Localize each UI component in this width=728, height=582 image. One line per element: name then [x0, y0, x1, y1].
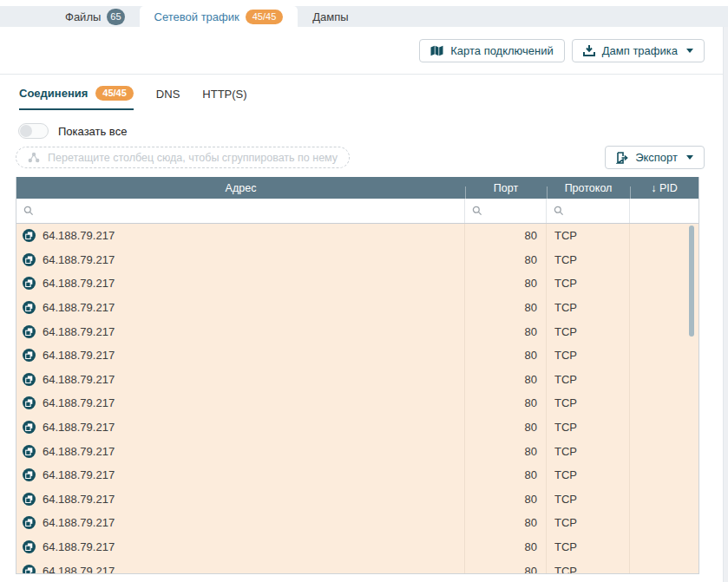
address-filter-input[interactable]	[39, 205, 464, 217]
column-header-pid[interactable]: ↓ PID	[630, 182, 698, 194]
port-cell: 80	[465, 415, 547, 440]
address-value: 64.188.79.217	[43, 396, 115, 409]
address-value: 64.188.79.217	[43, 277, 115, 290]
show-all-row: Показать все	[0, 110, 728, 139]
port-value: 80	[525, 565, 537, 573]
table-row[interactable]: 64.188.79.217 80 TCP	[16, 271, 698, 296]
protocol-cell: TCP	[547, 415, 630, 440]
address-cell: 64.188.79.217	[16, 224, 465, 248]
vertical-scrollbar-thumb[interactable]	[689, 226, 694, 337]
table-row[interactable]: 64.188.79.217 80 TCP	[16, 224, 698, 248]
column-header-address[interactable]: Адрес	[16, 182, 465, 194]
traffic-dump-button[interactable]: Дамп трафика	[572, 39, 705, 62]
tab-network-traffic-label: Сетевой трафик	[154, 10, 239, 23]
connection-layers-icon	[23, 325, 36, 338]
table-row[interactable]: 64.188.79.217 80 TCP	[16, 463, 698, 487]
port-cell: 80	[465, 296, 547, 320]
port-cell: 80	[465, 319, 547, 343]
protocol-value: TCP	[554, 468, 577, 481]
table-row[interactable]: 64.188.79.217 80 TCP	[16, 343, 698, 368]
address-cell: 64.188.79.217	[16, 368, 465, 392]
toolbar: Карта подключений Дамп трафика	[0, 27, 728, 75]
connection-map-button[interactable]: Карта подключений	[419, 39, 565, 62]
address-value: 64.188.79.217	[43, 565, 115, 573]
search-icon	[472, 206, 482, 216]
tab-files[interactable]: Файлы 65	[50, 6, 140, 27]
table-row[interactable]: 64.188.79.217 80 TCP	[16, 319, 698, 343]
pid-filter-cell	[630, 199, 698, 223]
table-row[interactable]: 64.188.79.217 80 TCP	[16, 368, 698, 392]
address-value: 64.188.79.217	[43, 373, 115, 386]
column-header-protocol[interactable]: Протокол	[547, 182, 630, 194]
pid-cell	[630, 559, 698, 573]
column-header-port[interactable]: Порт	[465, 182, 547, 194]
group-by-dropzone[interactable]: Перетащите столбец сюда, чтобы сгруппиро…	[16, 147, 350, 168]
address-cell: 64.188.79.217	[16, 535, 465, 559]
protocol-value: TCP	[554, 421, 577, 434]
toggle-knob	[20, 125, 32, 137]
connection-layers-icon	[23, 565, 36, 573]
connection-layers-icon	[23, 396, 36, 409]
search-icon	[554, 206, 564, 216]
address-cell: 64.188.79.217	[16, 296, 465, 320]
address-value: 64.188.79.217	[43, 445, 115, 458]
protocol-value: TCP	[554, 540, 577, 553]
port-filter-input[interactable]	[488, 205, 546, 217]
tab-dumps-label: Дампы	[312, 10, 348, 23]
protocol-filter-input[interactable]	[569, 205, 629, 217]
connection-layers-icon	[23, 301, 36, 314]
table-row[interactable]: 64.188.79.217 80 TCP	[16, 248, 698, 272]
show-all-toggle[interactable]	[18, 123, 49, 139]
connection-layers-icon	[23, 349, 36, 362]
port-value: 80	[525, 229, 537, 242]
address-cell: 64.188.79.217	[16, 463, 465, 487]
address-cell: 64.188.79.217	[16, 559, 465, 573]
address-cell: 64.188.79.217	[16, 271, 465, 296]
pid-cell	[630, 368, 698, 392]
protocol-value: TCP	[554, 229, 577, 242]
subtab-connections-badge: 45/45	[95, 86, 134, 101]
port-filter-cell	[465, 199, 547, 223]
connection-layers-icon	[23, 253, 36, 266]
show-all-label: Показать все	[58, 125, 127, 138]
table-filter-row	[16, 199, 698, 224]
port-cell: 80	[465, 511, 547, 535]
top-spacer	[0, 0, 728, 6]
subtab-https[interactable]: HTTP(S)	[202, 88, 246, 110]
table-row[interactable]: 64.188.79.217 80 TCP	[16, 296, 698, 320]
table-row[interactable]: 64.188.79.217 80 TCP	[16, 559, 698, 573]
table-row[interactable]: 64.188.79.217 80 TCP	[16, 535, 698, 559]
subtab-dns[interactable]: DNS	[156, 88, 180, 110]
network-traffic-panel: Карта подключений Дамп трафика Соединени…	[0, 27, 728, 582]
subtab-connections[interactable]: Соединения 45/45	[19, 86, 134, 110]
port-value: 80	[525, 396, 537, 409]
export-icon	[616, 152, 628, 164]
port-cell: 80	[465, 224, 547, 248]
port-cell: 80	[465, 271, 547, 296]
port-value: 80	[525, 349, 537, 362]
main-tab-bar: Файлы 65 Сетевой трафик 45/45 Дампы	[0, 6, 728, 27]
table-row[interactable]: 64.188.79.217 80 TCP	[16, 439, 698, 463]
table-row[interactable]: 64.188.79.217 80 TCP	[16, 487, 698, 512]
pid-cell	[630, 415, 698, 440]
protocol-cell: TCP	[547, 535, 630, 559]
port-value: 80	[525, 253, 537, 266]
connection-map-label: Карта подключений	[450, 44, 554, 57]
column-header-protocol-label: Протокол	[565, 182, 613, 194]
port-value: 80	[525, 540, 537, 553]
port-value: 80	[525, 468, 537, 481]
tab-dumps[interactable]: Дампы	[298, 6, 363, 27]
address-cell: 64.188.79.217	[16, 439, 465, 463]
protocol-cell: TCP	[547, 439, 630, 463]
protocol-value: TCP	[554, 349, 577, 362]
table-row[interactable]: 64.188.79.217 80 TCP	[16, 391, 698, 415]
export-label: Экспорт	[635, 151, 678, 164]
export-button[interactable]: Экспорт	[605, 146, 705, 169]
connection-layers-icon	[23, 229, 36, 242]
tab-network-traffic[interactable]: Сетевой трафик 45/45	[140, 6, 298, 27]
address-value: 64.188.79.217	[43, 301, 115, 314]
table-row[interactable]: 64.188.79.217 80 TCP	[16, 511, 698, 535]
port-cell: 80	[465, 343, 547, 368]
table-row[interactable]: 64.188.79.217 80 TCP	[16, 415, 698, 440]
pid-cell	[630, 511, 698, 535]
